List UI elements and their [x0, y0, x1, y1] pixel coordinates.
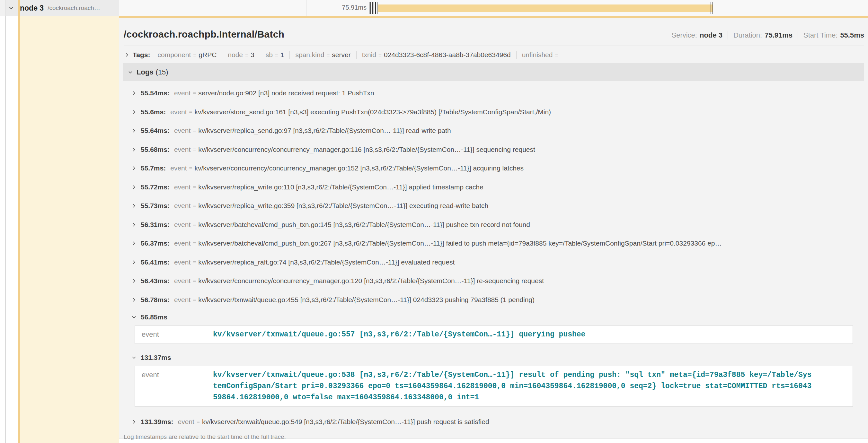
chevron-right-icon[interactable] [131, 297, 137, 303]
log-field-name: event [170, 164, 187, 172]
span-name-cell[interactable]: node 3 /cockroach.roach… [5, 0, 119, 16]
chevron-right-icon[interactable] [131, 240, 137, 246]
log-row[interactable]: 55.6ms: event = kv/kvserver/store_send.g… [123, 103, 864, 122]
log-timestamp: 56.43ms: [141, 277, 169, 285]
chevron-right-icon[interactable] [131, 165, 137, 171]
equals-sign: = [189, 109, 192, 115]
chevron-right-icon[interactable] [131, 184, 137, 190]
log-marker-tick [375, 2, 376, 14]
meta-value: node 3 [700, 31, 722, 39]
log-field-name: event [174, 221, 190, 229]
meta-label: Service: [672, 31, 697, 39]
span-color-stripe [18, 0, 20, 443]
log-row[interactable]: 56.41ms: event = kv/kvserver/replica_raf… [123, 253, 864, 272]
log-row[interactable]: 131.39ms: event = kv/kvserver/txnwait/qu… [123, 412, 864, 432]
chevron-right-icon[interactable] [131, 203, 137, 209]
span-highlight-column [20, 16, 119, 443]
log-row-expanded-header[interactable]: 56.85ms [123, 309, 864, 325]
chevron-down-icon[interactable] [8, 4, 15, 11]
log-timestamp: 56.41ms: [141, 259, 169, 266]
log-marker-tick [713, 2, 713, 14]
chevron-right-icon[interactable] [131, 90, 137, 96]
chevron-right-icon[interactable] [131, 278, 137, 284]
chevron-right-icon[interactable] [131, 419, 137, 425]
tag-value: 024d3323-6c8f-4863-aa8b-37ab0e63496d [384, 51, 511, 59]
log-field-name: event [142, 329, 213, 339]
span-detail-header: /cockroach.roachpb.Internal/Batch Servic… [124, 29, 864, 46]
tag-value: server [332, 51, 350, 59]
chevron-right-icon[interactable] [124, 52, 130, 58]
span-detail-panel: /cockroach.roachpb.Internal/Batch Servic… [119, 16, 868, 439]
log-row[interactable]: 55.7ms: event = kv/kvserver/concurrency/… [123, 159, 864, 178]
log-row[interactable]: 55.54ms: event = server/node.go:902 [n3]… [123, 84, 864, 103]
log-row[interactable]: 56.43ms: event = kv/kvserver/concurrency… [123, 272, 864, 291]
chevron-down-icon[interactable] [131, 314, 137, 320]
tag-item: unfinished = [516, 51, 566, 59]
log-row-expanded-header[interactable]: 131.37ms [123, 349, 864, 365]
chevron-down-icon[interactable] [131, 354, 137, 361]
span-duration-bar[interactable] [378, 4, 713, 12]
log-timestamp: 56.31ms: [141, 221, 169, 229]
log-timestamp: 56.37ms: [141, 239, 169, 247]
log-timestamp: 56.78ms: [141, 296, 169, 304]
log-timestamp: 55.7ms: [141, 164, 166, 172]
equals-sign: = [196, 419, 200, 425]
log-field-name: event [178, 418, 194, 426]
log-message: kv/kvserver/replica_write.go:359 [n3,s3,… [198, 202, 488, 210]
log-field-name: event [174, 259, 190, 266]
left-divider-line [5, 0, 6, 443]
log-message: kv/kvserver/concurrency/concurrency_mana… [198, 277, 544, 285]
tag-item: span.kind = server [289, 51, 356, 59]
log-field-name: event [170, 108, 187, 116]
log-message: kv/kvserver/batcheval/cmd_push_txn.go:14… [198, 221, 530, 229]
log-message: kv/kvserver/replica_raft.go:74 [n3,s3,r6… [198, 259, 455, 266]
log-entry-expanded: 56.85ms event kv/kvserver/txnwait/queue.… [123, 309, 864, 344]
log-timestamp: 131.39ms: [141, 418, 174, 426]
equals-sign: = [193, 90, 196, 96]
equals-sign: = [378, 52, 382, 59]
log-timestamp: 56.85ms [141, 313, 167, 321]
chevron-right-icon[interactable] [131, 128, 137, 134]
log-detail-card: event kv/kvserver/txnwait/queue.go:538 [… [134, 366, 853, 407]
log-timestamp: 55.73ms: [141, 202, 169, 210]
logs-section-header[interactable]: Logs (15) [123, 63, 864, 81]
log-row[interactable]: 55.72ms: event = kv/kvserver/replica_wri… [123, 178, 864, 197]
tag-item: component = gRPC [152, 51, 222, 59]
log-message: kv/kvserver/replica_send.go:97 [n3,s3,r6… [198, 127, 451, 135]
log-message: kv/kvserver/concurrency/concurrency_mana… [198, 146, 535, 154]
log-row[interactable]: 55.64ms: event = kv/kvserver/replica_sen… [123, 121, 864, 140]
log-message: kv/kvserver/txnwait/queue.go:455 [n3,s3,… [198, 296, 534, 304]
equals-sign: = [193, 259, 196, 266]
meta-label: Start Time: [803, 31, 837, 39]
log-row[interactable]: 55.68ms: event = kv/kvserver/concurrency… [123, 140, 864, 159]
meta-service: Service: node 3 [672, 31, 722, 39]
chevron-down-icon[interactable] [127, 69, 134, 75]
meta-start-time: Start Time: 55.5ms [798, 31, 864, 39]
span-duration-label: 75.91ms [321, 4, 367, 11]
log-marker-tick [711, 2, 711, 14]
log-field-name: event [174, 277, 190, 285]
log-row[interactable]: 56.78ms: event = kv/kvserver/txnwait/que… [123, 291, 864, 309]
tags-label: Tags: [133, 51, 150, 59]
log-message: server/node.go:902 [n3] node received re… [198, 89, 374, 97]
equals-sign: = [193, 240, 196, 246]
chevron-right-icon[interactable] [131, 109, 137, 115]
log-field-name: event [174, 146, 190, 154]
log-row[interactable]: 55.73ms: event = kv/kvserver/replica_wri… [123, 197, 864, 215]
log-row[interactable]: 56.37ms: event = kv/kvserver/batcheval/c… [123, 234, 864, 253]
tags-row[interactable]: Tags: component = gRPC node = 3 sb = 1 s… [124, 51, 864, 59]
logs-count: (15) [156, 68, 168, 76]
log-row[interactable]: 56.31ms: event = kv/kvserver/batcheval/c… [123, 215, 864, 234]
chevron-right-icon[interactable] [131, 222, 137, 228]
span-operation-name: /cockroach.roach… [48, 4, 100, 11]
chevron-right-icon[interactable] [131, 259, 137, 266]
chevron-right-icon[interactable] [131, 146, 137, 153]
span-meta: Service: node 3 Duration: 75.91ms Start … [672, 31, 864, 39]
logs-footer-note: Log timestamps are relative to the start… [124, 433, 868, 440]
log-rows-list: 55.54ms: event = server/node.go:902 [n3]… [123, 84, 864, 432]
tag-item: node = 3 [222, 51, 259, 59]
log-message: kv/kvserver/concurrency/concurrency_mana… [195, 164, 524, 172]
log-field-name: event [174, 202, 190, 210]
equals-sign: = [193, 52, 196, 59]
equals-sign: = [193, 222, 196, 228]
